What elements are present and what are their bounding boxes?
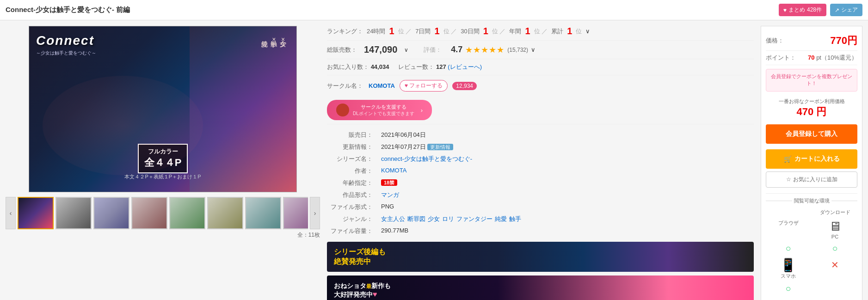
page-title: Connect-少女は触手と愛をつむぐ- 前編 (6, 6, 130, 14)
fav-count: 44,034 (371, 63, 389, 70)
rank-period-4: 年間 (509, 27, 521, 36)
thumbnail-scroll (18, 197, 308, 229)
review-link[interactable]: (レビューへ) (448, 63, 482, 70)
env-title: 閲覧可能な環境 (766, 197, 857, 204)
follow-button[interactable]: ♥ フォローする (400, 80, 448, 92)
support-text: サークルを支援する DLポイントでも支援できます (353, 104, 414, 116)
register-buy-button[interactable]: 会員登録して購入 (766, 124, 857, 144)
env-pc-label: 🖥 PC (813, 219, 857, 239)
share-icon: ↗ (835, 7, 839, 13)
photo-count: 全：11枚 (6, 231, 320, 239)
rank-period-3: 30日間 (461, 27, 479, 36)
smartphone-download-cross-icon: ✕ (814, 259, 856, 270)
fav-icon: ☆ (786, 176, 791, 183)
env-pc-download: ○ (766, 241, 811, 256)
points-row: ポイント： 70 pt（10%還元） (766, 51, 857, 65)
rank-num-3: 1 (483, 26, 488, 37)
env-grid: ダウンロード ブラウザ 🖥 PC ○ ○ 📱 スマホ (766, 208, 857, 296)
genre-tag-5[interactable]: ファンタジー (456, 215, 492, 223)
banner-new-text: おねショタ最新作も 大好評発売中♥ (334, 282, 391, 300)
circle-label: サークル名： (327, 82, 364, 90)
matome-icon: ♥ (783, 7, 787, 13)
genre-tag-4[interactable]: ロリ (442, 215, 454, 223)
genre-tag-1[interactable]: 女主人公 (381, 215, 405, 223)
env-smartphone-download: ✕ (813, 257, 857, 280)
author-link[interactable]: KOMOTA (381, 167, 406, 174)
genre-tag-3[interactable]: 少女 (428, 215, 440, 223)
thumbnail-5[interactable] (207, 197, 243, 229)
cover-title: Connect ～少女は触手と愛をつむぐ～ (36, 33, 96, 56)
env-smartphone-browser: ○ (766, 282, 811, 296)
genre-tag-6[interactable]: 純愛 (495, 215, 507, 223)
support-button[interactable]: サークルを支援する DLポイントでも支援できます › (327, 100, 432, 120)
ranking-dropdown[interactable]: ∨ (585, 28, 590, 35)
share-label: シェア (841, 6, 858, 14)
rating-value: 4.7 (451, 45, 462, 55)
series-link[interactable]: connect-少女は触手と愛をつむぐ- (381, 155, 472, 162)
thumbnail-1[interactable] (55, 197, 92, 229)
fav-label: お気に入りに追加 (793, 176, 837, 184)
thumb-next-button[interactable]: › (310, 197, 320, 229)
manga-subtitle-jp: ～少女は触手と愛をつむぐ～ (36, 50, 96, 56)
banner-series[interactable]: シリーズ後編も 絶賛発売中 (327, 242, 754, 272)
detail-row-age: 年齢指定： 18禁 (327, 177, 754, 189)
detail-row-filesize: ファイル容量： 290.77MB (327, 225, 754, 237)
header: Connect-少女は触手と愛をつむぐ- 前編 ♥ まとめ 428件 ↗ シェア (0, 0, 868, 20)
sales-dropdown[interactable]: ∨ (404, 47, 408, 53)
thumbnail-3[interactable] (131, 197, 167, 229)
detail-row-update: 更新情報： 2021年07月27日 更新情報 (327, 141, 754, 153)
price-value: 770円 (830, 34, 857, 48)
thumbnail-4[interactable] (169, 197, 205, 229)
detail-row-author: 作者： KOMOTA (327, 165, 754, 177)
banner-new[interactable]: おねショタ最新作も 大好評発売中♥ (327, 276, 754, 300)
genre-tag-7[interactable]: 触手 (509, 215, 521, 223)
genre-tag-2[interactable]: 断罪図 (407, 215, 425, 223)
thumbnail-6[interactable] (245, 197, 281, 229)
work-type-link[interactable]: マンガ (381, 191, 399, 198)
ranking-bar: ランキング： 24時間 1 位 ／ 7日間 1 位 ／ 30日間 1 位 ／ 年… (327, 26, 754, 41)
detail-row-date: 販売日： 2021年06月04日 (327, 129, 754, 141)
smartphone-icon: 📱 (766, 257, 811, 273)
matome-button[interactable]: ♥ まとめ 428件 (779, 4, 826, 16)
manga-title: Connect (36, 33, 96, 48)
circle-name[interactable]: KOMOTA (369, 82, 395, 89)
smartphone-browser-check-icon: ○ (768, 283, 809, 294)
matome-label: まとめ (788, 6, 805, 14)
thumbnail-7[interactable] (283, 197, 308, 229)
pc-icon: 🖥 (813, 219, 857, 234)
rank-period-1: 24時間 (367, 27, 385, 36)
price-label: 価格： (766, 37, 784, 45)
thumbnail-0[interactable] (18, 197, 54, 229)
main-image[interactable]: Connect ～少女は触手と愛をつむぐ～ 少女× 触手× 純愛 フルカラー 全… (29, 26, 297, 192)
product-image-area: Connect ～少女は触手と愛をつむぐ～ 少女× 触手× 純愛 フルカラー 全… (6, 26, 320, 300)
update-badge: 更新情報 (427, 144, 453, 150)
add-cart-button[interactable]: 🛒 カートに入れる (766, 149, 857, 169)
favorites-bar: お気に入り数： 44,034 レビュー数： 127 (レビューへ) (327, 59, 754, 75)
fav-label: お気に入り数： 44,034 (327, 63, 389, 71)
favorite-button[interactable]: ☆ お気に入りに追加 (766, 171, 857, 188)
cart-label: カートに入れる (794, 155, 840, 163)
support-arrow: › (421, 107, 423, 114)
rating-dropdown[interactable]: ∨ (531, 46, 536, 53)
thumbnail-area: ‹ (6, 197, 320, 229)
detail-row-series: シリーズ名： connect-少女は触手と愛をつむぐ- (327, 153, 754, 165)
file-format: PNG (377, 201, 754, 213)
thumbnail-2[interactable] (93, 197, 129, 229)
review-label: レビュー数： 127 (レビューへ) (398, 63, 482, 71)
share-button[interactable]: ↗ シェア (830, 4, 862, 16)
env-pc-browser: ○ (813, 241, 857, 256)
circle-bar: サークル名： KOMOTA ♥ フォローする 12,934 (327, 75, 754, 96)
sale-label: 一番お得なクーポン利用価格 (766, 98, 857, 105)
thumb-prev-button[interactable]: ‹ (6, 197, 16, 229)
rating-section: 4.7 ★★★★★ (15,732) ∨ (451, 45, 536, 55)
rank-num-1: 1 (389, 26, 394, 37)
env-header-download: ダウンロード (813, 208, 857, 217)
rank-num-2: 1 (434, 26, 439, 37)
header-actions: ♥ まとめ 428件 ↗ シェア (779, 4, 862, 16)
pc-browser-check-icon: ○ (814, 243, 856, 254)
coupon-text: 会員登録でクーポンを複数プレゼント！ (771, 73, 852, 86)
coupon-box: 会員登録でクーポンを複数プレゼント！ (766, 69, 857, 92)
ranking-label: ランキング： (327, 27, 363, 36)
env-section: 閲覧可能な環境 ダウンロード ブラウザ 🖥 PC ○ ○ (766, 193, 857, 296)
cover-image: Connect ～少女は触手と愛をつむぐ～ 少女× 触手× 純愛 フルカラー 全… (29, 26, 296, 192)
